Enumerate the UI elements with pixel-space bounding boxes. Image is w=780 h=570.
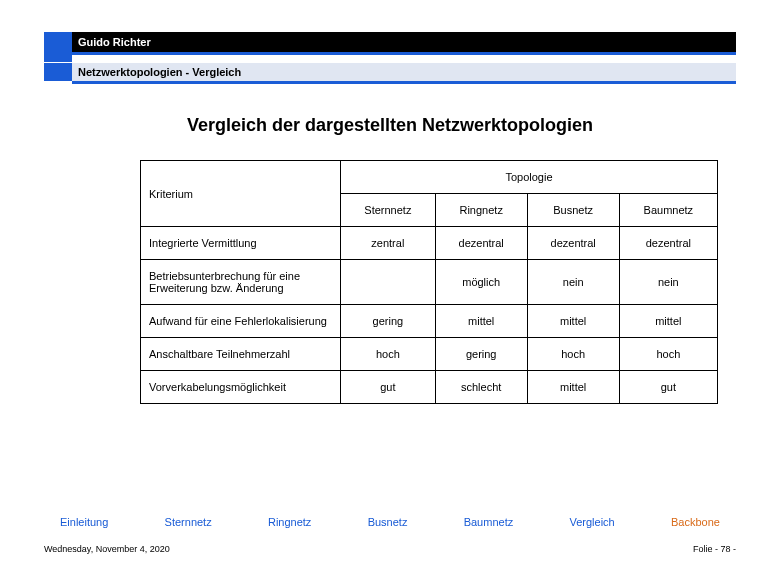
row-kriterium: Anschaltbare Teilnehmerzahl	[141, 338, 341, 371]
nav-item-baumnetz[interactable]: Baumnetz	[464, 516, 514, 528]
nav-item-sternnetz[interactable]: Sternnetz	[165, 516, 212, 528]
page-title: Vergleich der dargestellten Netzwerktopo…	[0, 115, 780, 136]
author-bar: Guido Richter	[72, 32, 736, 52]
nav-item-ringnetz[interactable]: Ringnetz	[268, 516, 311, 528]
separator	[72, 52, 736, 55]
table-row: Anschaltbare Teilnehmerzahl hoch gering …	[141, 338, 718, 371]
nav-item-einleitung[interactable]: Einleitung	[60, 516, 108, 528]
cell: dezentral	[435, 227, 527, 260]
cell: möglich	[435, 260, 527, 305]
cell: gering	[435, 338, 527, 371]
cell: hoch	[619, 338, 717, 371]
cell: hoch	[341, 338, 436, 371]
cell: mittel	[527, 305, 619, 338]
cell: gut	[619, 371, 717, 404]
header-accent	[44, 32, 72, 62]
row-kriterium: Integrierte Vermittlung	[141, 227, 341, 260]
table-row: Vorverkabelungsmöglichkeit gut schlecht …	[141, 371, 718, 404]
cell: mittel	[619, 305, 717, 338]
cell: dezentral	[527, 227, 619, 260]
nav-item-backbone[interactable]: Backbone	[671, 516, 720, 528]
cell: zentral	[341, 227, 436, 260]
cell: schlecht	[435, 371, 527, 404]
cell: mittel	[527, 371, 619, 404]
footer-page: Folie - 78 -	[693, 544, 736, 554]
footer-date: Wednesday, November 4, 2020	[44, 544, 170, 554]
breadcrumb: Netzwerktopologien - Vergleich	[72, 63, 736, 81]
cell: hoch	[527, 338, 619, 371]
col-header: Sternnetz	[341, 194, 436, 227]
topologie-header: Topologie	[341, 161, 718, 194]
col-header: Ringnetz	[435, 194, 527, 227]
cell: nein	[619, 260, 717, 305]
cell: dezentral	[619, 227, 717, 260]
col-header: Baumnetz	[619, 194, 717, 227]
table-row: Integrierte Vermittlung zentral dezentra…	[141, 227, 718, 260]
nav-item-vergleich[interactable]: Vergleich	[569, 516, 614, 528]
kriterium-header: Kriterium	[141, 161, 341, 227]
nav-item-busnetz[interactable]: Busnetz	[368, 516, 408, 528]
breadcrumb-accent	[44, 63, 72, 81]
row-kriterium: Betriebsunterbrechung für eine Erweiteru…	[141, 260, 341, 305]
comparison-table: Kriterium Topologie Sternnetz Ringnetz B…	[140, 160, 718, 404]
cell: nein	[527, 260, 619, 305]
cell: mittel	[435, 305, 527, 338]
cell: gut	[341, 371, 436, 404]
separator	[72, 81, 736, 84]
row-kriterium: Aufwand für eine Fehlerlokalisierung	[141, 305, 341, 338]
cell: gering	[341, 305, 436, 338]
table-row: Aufwand für eine Fehlerlokalisierung ger…	[141, 305, 718, 338]
row-kriterium: Vorverkabelungsmöglichkeit	[141, 371, 341, 404]
table-row: Betriebsunterbrechung für eine Erweiteru…	[141, 260, 718, 305]
col-header: Busnetz	[527, 194, 619, 227]
cell	[341, 260, 436, 305]
slide-nav: Einleitung Sternnetz Ringnetz Busnetz Ba…	[60, 516, 720, 528]
